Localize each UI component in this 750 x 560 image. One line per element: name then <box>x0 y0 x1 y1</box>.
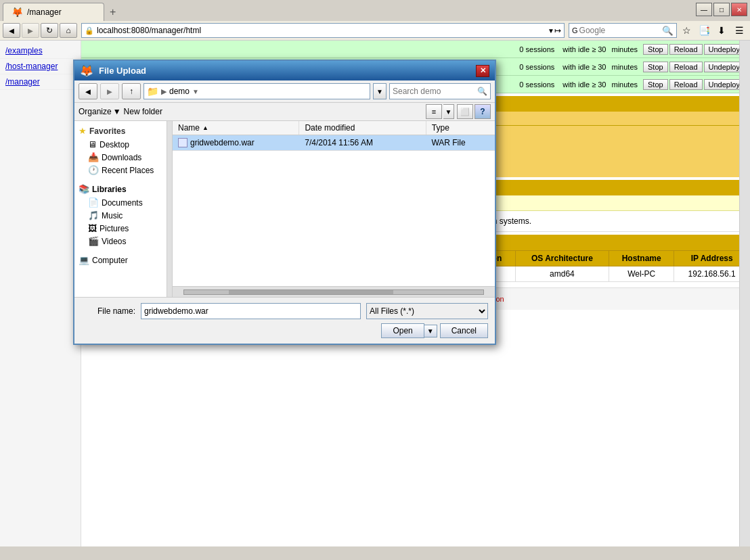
recent-label: Recent Places <box>102 166 154 175</box>
dialog-close-button[interactable]: ✕ <box>476 65 489 77</box>
desktop-label: Desktop <box>100 140 129 149</box>
sidebar-scrollbar[interactable] <box>167 121 172 297</box>
favorites-header: ★ Favorites <box>74 124 172 138</box>
breadcrumb-folder: demo <box>169 87 190 96</box>
search-button[interactable]: 🔍 <box>662 26 674 36</box>
open-dropdown-button[interactable]: ▼ <box>424 325 437 337</box>
search-input[interactable] <box>579 26 662 35</box>
downloads-icon: 📥 <box>88 152 99 162</box>
bookmark-manage-button[interactable]: 📑 <box>696 23 712 38</box>
idle-text-2: with idle ≥ 30 <box>560 63 609 71</box>
col-ip: IP Address <box>674 251 750 266</box>
dialog-up-button[interactable]: ↑ <box>122 83 141 99</box>
col-header-date[interactable]: Date modified <box>299 121 426 135</box>
war-type: WAR File <box>426 137 495 149</box>
nav-examples[interactable]: /examples <box>0 43 81 59</box>
address-dropdown-button[interactable]: ▼ <box>548 27 554 34</box>
go-button[interactable]: ↦ <box>554 26 561 35</box>
reload-button-3[interactable]: Reload <box>669 79 703 90</box>
minutes-text-2: minutes <box>609 63 640 71</box>
sidebar-recent-places[interactable]: 🕐 Recent Places <box>74 164 172 177</box>
google-icon: G <box>572 26 578 34</box>
stop-button-2[interactable]: Stop <box>643 62 668 72</box>
desktop-icon: 🖥 <box>88 139 97 149</box>
nav-manager[interactable]: /manager <box>0 74 81 90</box>
undeploy-button-2[interactable]: Undeploy <box>704 62 745 72</box>
libraries-label: Libraries <box>92 185 127 194</box>
browser-tab[interactable]: 🦊 /manager <box>3 3 104 21</box>
minutes-text-1: minutes <box>609 45 640 53</box>
sidebar-documents[interactable]: 📄 Documents <box>74 196 172 209</box>
breadcrumb-bar: 📁 ▶ demo ▼ <box>144 83 370 99</box>
view-dropdown-button[interactable]: ▼ <box>443 104 454 119</box>
dialog-titlebar: 🦊 File Upload ✕ <box>74 61 495 80</box>
dialog-footer: File name: All Files (*.*) Open ▼ Cancel <box>74 297 495 344</box>
favorites-label: Favorites <box>89 126 125 136</box>
menu-button[interactable]: ☰ <box>731 23 747 38</box>
file-name-input[interactable] <box>141 303 361 319</box>
refresh-button[interactable]: ↻ <box>41 23 58 38</box>
cancel-button[interactable]: Cancel <box>440 323 488 338</box>
col-header-type[interactable]: Type <box>426 121 495 135</box>
sessions-badge-1: 0 sessions <box>514 45 560 53</box>
pictures-label: Pictures <box>100 224 129 233</box>
organize-dropdown-icon: ▼ <box>113 107 121 116</box>
dialog-forward-button[interactable]: ► <box>100 83 119 99</box>
idle-text-1: with idle ≥ 30 <box>560 45 609 53</box>
val-ip: 192.168.56.1 <box>674 266 750 282</box>
search-box: 🔍 <box>389 83 491 99</box>
open-button[interactable]: Open <box>381 323 424 338</box>
reload-button-2[interactable]: Reload <box>669 62 703 72</box>
sidebar-desktop[interactable]: 🖥 Desktop <box>74 138 172 151</box>
breadcrumb-dropdown-button[interactable]: ▼ <box>373 83 387 99</box>
file-row-war[interactable]: gridwebdemo.war 7/4/2014 11:56 AM WAR Fi… <box>173 135 495 151</box>
col-header-name[interactable]: Name ▲ <box>173 121 299 135</box>
reload-button-1[interactable]: Reload <box>669 44 703 55</box>
tab-firefox-icon: 🦊 <box>12 7 23 18</box>
file-type-select[interactable]: All Files (*.*) <box>366 303 488 319</box>
sidebar-music[interactable]: 🎵 Music <box>74 209 172 222</box>
help-button[interactable]: ? <box>475 104 491 119</box>
horiz-scrollbar[interactable] <box>173 286 495 297</box>
new-folder-button[interactable]: New folder <box>124 107 162 116</box>
bookmark-star-button[interactable]: ☆ <box>678 23 694 38</box>
download-button[interactable]: ⬇ <box>713 23 730 38</box>
file-upload-dialog[interactable]: 🦊 File Upload ✕ ◄ ► ↑ 📁 ▶ demo ▼ ▼ 🔍 <box>73 60 496 345</box>
dialog-back-button[interactable]: ◄ <box>79 83 97 99</box>
war-filename: gridwebdemo.war <box>190 138 255 147</box>
sidebar-downloads[interactable]: 📥 Downloads <box>74 151 172 164</box>
breadcrumb-arrow: ▶ <box>161 87 167 96</box>
new-tab-button[interactable]: + <box>104 3 121 21</box>
dialog-firefox-icon: 🦊 <box>80 64 93 77</box>
restore-button[interactable]: □ <box>713 3 730 16</box>
undeploy-button-1[interactable]: Undeploy <box>704 44 745 55</box>
sidebar-pictures[interactable]: 🖼 Pictures <box>74 222 172 235</box>
sidebar-videos[interactable]: 🎬 Videos <box>74 235 172 248</box>
back-button[interactable]: ◄ <box>3 23 20 38</box>
home-button[interactable]: ⌂ <box>60 23 77 38</box>
war-file-icon <box>178 138 188 147</box>
val-os-arch: amd64 <box>515 266 609 282</box>
minimize-button[interactable]: — <box>696 3 712 16</box>
close-button[interactable]: ✕ <box>731 3 747 16</box>
organize-button[interactable]: Organize ▼ <box>79 107 121 116</box>
nav-host-manager[interactable]: /host-manager <box>0 59 81 74</box>
sidebar-computer[interactable]: 💻 Computer <box>74 253 172 267</box>
page-scrollbar[interactable] <box>739 41 750 546</box>
dialog-title: File Upload <box>99 66 146 76</box>
favorites-icon: ★ <box>79 126 87 136</box>
address-input[interactable] <box>97 26 548 35</box>
videos-label: Videos <box>102 237 126 246</box>
forward-button[interactable]: ► <box>22 23 39 38</box>
undeploy-button-3[interactable]: Undeploy <box>704 79 745 90</box>
file-name-label: File name: <box>81 306 135 316</box>
stop-button-3[interactable]: Stop <box>643 79 668 90</box>
preview-button[interactable]: ⬜ <box>457 104 473 119</box>
idle-text-3: with idle ≥ 30 <box>560 80 609 89</box>
view-list-button[interactable]: ≡ <box>426 104 442 119</box>
minutes-text-3: minutes <box>609 80 640 89</box>
stop-button-1[interactable]: Stop <box>643 44 668 55</box>
search-input-dialog[interactable] <box>393 87 477 96</box>
horiz-thumb[interactable] <box>229 290 393 294</box>
dialog-body: ★ Favorites 🖥 Desktop 📥 Downloads 🕐 Rece… <box>74 121 495 297</box>
